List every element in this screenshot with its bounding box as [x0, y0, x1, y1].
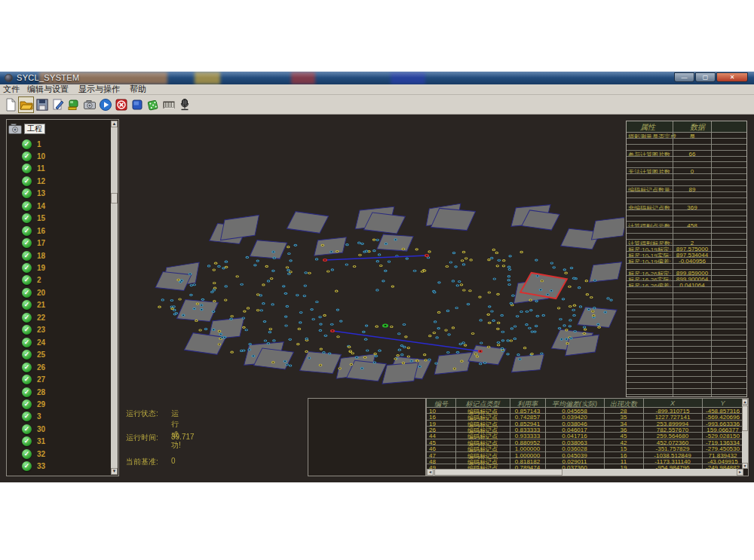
menu-item-display-ops[interactable]: 显示与操作 — [78, 84, 120, 94]
status-row: 当前基准: 0 — [126, 457, 158, 467]
toolbar-mic-button[interactable] — [176, 96, 192, 113]
tree-item[interactable]: ✓13 — [22, 188, 45, 200]
tree-item[interactable]: ✓30 — [22, 423, 45, 435]
tree-item[interactable]: ✓11 — [22, 163, 45, 175]
tree-item[interactable]: ✓29 — [22, 398, 45, 410]
tree-item[interactable]: ✓12 — [22, 175, 45, 187]
project-panel: ✓1✓10✓11✓12✓13✓14✓15✓16✓17✓18✓19✓2✓20✓21… — [6, 119, 119, 476]
results-header-cell[interactable]: Y — [702, 399, 743, 407]
results-column-divider — [455, 399, 456, 476]
scroll-down-icon[interactable]: ▼ — [111, 468, 118, 475]
tree-item[interactable]: ✓27 — [22, 374, 45, 386]
results-row[interactable]: 47编码标记点1.0000000.04503916-1038.51284971.… — [427, 452, 743, 458]
toolbar-points-button[interactable] — [145, 96, 161, 113]
tree-item[interactable]: ✓19 — [22, 262, 45, 274]
minimize-button[interactable]: — — [674, 72, 694, 82]
toolbar-save-button[interactable] — [34, 96, 50, 113]
stats-row — [627, 347, 746, 353]
toolbar-new-button[interactable] — [2, 96, 18, 113]
project-root-label[interactable]: 工程 — [24, 124, 45, 134]
tree-item[interactable]: ✓17 — [22, 237, 45, 249]
close-button[interactable]: ✕ — [716, 72, 748, 82]
tree-item[interactable]: ✓18 — [22, 249, 45, 262]
stats-row — [627, 293, 746, 299]
results-row[interactable]: 48编码标记点0.8181820.02901111-1173.311140-43… — [427, 458, 743, 464]
tree-item[interactable]: ✓31 — [22, 436, 45, 448]
stats-row: 计算得到标尺数:2 — [627, 240, 746, 246]
toolbar-barcode-button[interactable] — [161, 96, 176, 113]
scroll-down-icon[interactable]: ▼ — [742, 463, 748, 469]
tree-item[interactable]: ✓10 — [22, 150, 45, 162]
tree-item-label: 17 — [37, 239, 45, 247]
stats-row: 无法计算图片数...0 — [627, 168, 746, 174]
project-tree-header[interactable]: 工程 — [8, 123, 45, 135]
menu-item-help[interactable]: 帮助 — [130, 84, 146, 94]
results-row[interactable]: 10编码标记点0.8571430.04565828-899.310715-458… — [427, 408, 743, 414]
tree-item[interactable]: ✓3 — [22, 411, 41, 423]
results-hscrollbar[interactable]: ◄ ► — [427, 469, 743, 476]
toolbar-window-button[interactable] — [129, 96, 145, 113]
scroll-right-icon[interactable]: ► — [737, 469, 743, 476]
tree-item[interactable]: ✓22 — [22, 311, 45, 323]
stats-property: 标尺:16-26标定: — [628, 270, 671, 276]
tree-item-label: 30 — [37, 425, 45, 433]
tree-item-label: 13 — [37, 189, 45, 197]
results-row[interactable]: 45编码标记点0.8809520.03806342452.072360-719.… — [427, 439, 743, 445]
check-icon: ✓ — [22, 213, 32, 223]
tree-item[interactable]: ✓16 — [22, 225, 45, 237]
stats-row — [627, 371, 746, 377]
scroll-up-icon[interactable]: ▲ — [742, 399, 748, 405]
toolbar-calibration-button[interactable] — [66, 96, 81, 113]
results-row[interactable]: 44编码标记点0.9333330.04171645259.564680-529.… — [427, 433, 743, 439]
results-column-divider — [604, 399, 605, 476]
maximize-button[interactable]: ▢ — [695, 72, 716, 82]
tree-item[interactable]: ✓26 — [22, 361, 45, 373]
results-vscrollbar[interactable]: ▲ ▼ — [742, 399, 748, 469]
title-bar[interactable]: SYCL_SYSTEM — ▢ ✕ — [0, 72, 754, 84]
results-row[interactable]: 46编码标记点1.0000000.03602815-351.757829-279… — [427, 445, 743, 451]
tree-scrollbar[interactable]: ▲ ▼ — [111, 121, 118, 475]
tree-item[interactable]: ✓32 — [22, 448, 45, 460]
window-title: SYCL_SYSTEM — [17, 73, 79, 82]
check-icon: ✓ — [22, 201, 32, 211]
toolbar-open-button[interactable] — [18, 96, 34, 113]
tree-item[interactable]: ✓21 — [22, 299, 45, 311]
new-document-icon — [4, 98, 17, 112]
statistics-header: 属性 数据 — [627, 121, 746, 133]
check-icon: ✓ — [22, 275, 32, 285]
results-row[interactable]: 16编码标记点0.7428570.039420351227.727141-569… — [427, 414, 743, 420]
scroll-thumb[interactable] — [434, 469, 562, 476]
scroll-up-icon[interactable]: ▲ — [111, 121, 118, 127]
stats-row — [627, 228, 746, 234]
toolbar-edit-button[interactable] — [50, 96, 66, 113]
toolbar-run-button[interactable] — [97, 96, 113, 113]
stats-value: 是 — [673, 133, 711, 139]
scroll-left-icon[interactable]: ◄ — [427, 469, 434, 476]
save-floppy-icon — [35, 98, 49, 112]
tree-item[interactable]: ✓25 — [22, 349, 45, 361]
tree-item-label: 26 — [37, 363, 45, 372]
tree-item[interactable]: ✓33 — [22, 461, 45, 473]
tree-item[interactable]: ✓14 — [22, 200, 45, 212]
tree-item[interactable]: ✓24 — [22, 336, 45, 348]
tree-item[interactable]: ✓2 — [22, 274, 41, 286]
tree-item[interactable]: ✓23 — [22, 324, 45, 336]
menu-bar: 文件 编辑与设置 显示与操作 帮助 — [0, 84, 754, 95]
tree-item[interactable]: ✓15 — [22, 213, 45, 225]
scroll-thumb[interactable] — [111, 193, 118, 203]
results-header-cell[interactable]: X — [643, 399, 702, 407]
stats-value: 369 — [673, 204, 711, 210]
tree-item[interactable]: ✓20 — [22, 286, 45, 298]
tree-item[interactable]: ✓28 — [22, 386, 45, 398]
scroll-thumb[interactable] — [742, 405, 748, 431]
menu-item-edit-settings[interactable]: 编辑与设置 — [27, 84, 69, 94]
toolbar-stop-button[interactable] — [113, 96, 129, 113]
tree-item[interactable]: ✓1 — [22, 138, 41, 150]
toolbar-camera-button[interactable] — [81, 96, 97, 113]
results-row[interactable]: 26编码标记点0.8333330.04601736782.557670159.0… — [427, 427, 743, 433]
status-row: 运行状态: 运行成功! — [126, 409, 158, 419]
menu-item-file[interactable]: 文件 — [3, 84, 20, 94]
stats-row — [627, 323, 746, 329]
results-row[interactable]: 19编码标记点0.8529410.03804634253.899994-993.… — [427, 421, 743, 427]
cube-ruler-icon — [67, 98, 81, 112]
